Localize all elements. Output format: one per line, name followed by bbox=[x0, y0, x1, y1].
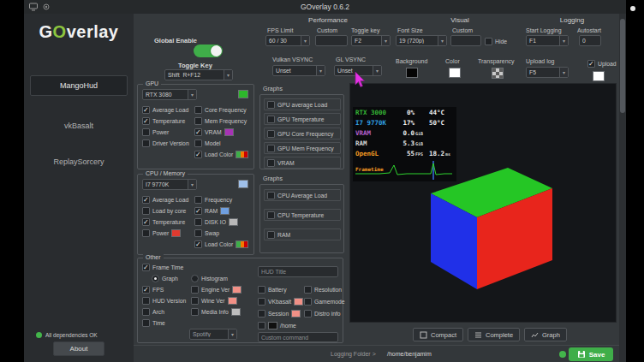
checkbox-row: Average Load bbox=[142, 195, 188, 204]
start-logging-select[interactable]: F1▾ bbox=[526, 35, 569, 46]
histogram-radio[interactable] bbox=[191, 275, 199, 282]
checkbox[interactable] bbox=[142, 297, 150, 305]
color-swatch[interactable] bbox=[291, 310, 301, 317]
display-icon bbox=[29, 3, 39, 11]
color-swatch[interactable] bbox=[224, 128, 234, 136]
upload-checkbox[interactable] bbox=[587, 60, 595, 68]
color-swatch[interactable] bbox=[228, 297, 237, 305]
checkbox[interactable] bbox=[191, 286, 199, 294]
checkbox[interactable] bbox=[194, 139, 202, 147]
checkbox[interactable] bbox=[194, 196, 202, 204]
vulkan-vsync-select[interactable]: Unset▾ bbox=[272, 65, 325, 76]
compact-button[interactable]: Compact bbox=[413, 328, 463, 341]
checkbox[interactable] bbox=[191, 308, 199, 316]
color-swatch[interactable] bbox=[171, 229, 181, 237]
checkbox[interactable] bbox=[258, 310, 265, 317]
sidebar-item-mangohud[interactable]: MangoHud bbox=[30, 75, 128, 96]
transparency-button[interactable] bbox=[492, 68, 504, 79]
gpu-device-select[interactable]: RTX 3080▾ bbox=[142, 89, 197, 100]
checkbox[interactable] bbox=[267, 231, 275, 239]
cpu-device-select[interactable]: I7 9770K▾ bbox=[142, 179, 197, 190]
checkbox[interactable] bbox=[258, 286, 265, 294]
checkbox[interactable] bbox=[194, 106, 202, 114]
checkbox[interactable] bbox=[267, 116, 275, 123]
upload-log-select[interactable]: F5▾ bbox=[526, 67, 569, 78]
checkbox[interactable] bbox=[142, 207, 150, 215]
checkbox[interactable] bbox=[142, 308, 150, 316]
font-custom-input[interactable] bbox=[450, 35, 481, 46]
home-checkbox[interactable] bbox=[258, 322, 265, 329]
checkbox[interactable] bbox=[194, 151, 202, 158]
text-color-swatch[interactable] bbox=[449, 68, 461, 78]
load-color-swatch[interactable] bbox=[236, 151, 248, 158]
global-enable-toggle[interactable] bbox=[194, 45, 223, 57]
fps-toggle-key-select[interactable]: F2▾ bbox=[351, 35, 391, 46]
scrollbar-thumb[interactable] bbox=[620, 19, 625, 113]
checkbox[interactable] bbox=[142, 319, 150, 327]
checkbox[interactable] bbox=[194, 218, 202, 226]
toggle-key-select[interactable]: Shift_R+F12▾ bbox=[164, 69, 233, 80]
dependencies-status: All dependencies OK bbox=[36, 332, 98, 338]
checkbox[interactable] bbox=[304, 310, 312, 317]
checkbox[interactable] bbox=[304, 298, 312, 306]
home-color-swatch[interactable] bbox=[268, 322, 277, 329]
checkbox-row: Distro info bbox=[304, 309, 341, 317]
checkbox-row: Time bbox=[142, 318, 165, 327]
checkbox[interactable] bbox=[304, 286, 312, 294]
cpu-color-swatch[interactable] bbox=[238, 180, 248, 188]
fps-custom-input[interactable] bbox=[315, 35, 348, 46]
frame-time-checkbox[interactable] bbox=[142, 264, 150, 271]
color-swatch[interactable] bbox=[232, 286, 242, 294]
checkbox[interactable] bbox=[267, 145, 275, 152]
load-color-swatch[interactable] bbox=[236, 240, 248, 248]
autostart-input[interactable] bbox=[579, 35, 601, 46]
checkbox[interactable] bbox=[267, 130, 275, 138]
checkbox[interactable] bbox=[142, 286, 150, 294]
scrollbar[interactable] bbox=[619, 14, 626, 362]
checkbox[interactable] bbox=[142, 117, 150, 125]
color-swatch[interactable] bbox=[220, 207, 230, 215]
graph-radio[interactable] bbox=[152, 275, 159, 282]
checkbox[interactable] bbox=[142, 106, 150, 114]
checkbox-row: Temperature bbox=[142, 116, 185, 125]
hud-title-input[interactable] bbox=[258, 266, 338, 277]
checkbox[interactable] bbox=[267, 192, 275, 199]
upload-log-label: Upload log bbox=[526, 58, 554, 64]
checkbox[interactable] bbox=[142, 218, 150, 226]
checkbox[interactable] bbox=[142, 196, 150, 204]
checkbox-label: Swap bbox=[205, 230, 219, 236]
checkbox[interactable] bbox=[258, 298, 265, 306]
checkbox[interactable] bbox=[267, 101, 275, 109]
checkbox[interactable] bbox=[194, 229, 202, 237]
sidebar-item-replaysorcery[interactable]: ReplaySorcery bbox=[24, 157, 134, 166]
logging-folder-label[interactable]: Logging Folder > bbox=[331, 351, 376, 357]
font-size-select[interactable]: 19 (720p)▾ bbox=[396, 35, 447, 46]
custom-command-input[interactable] bbox=[258, 332, 338, 342]
toggle-key-label: Toggle Key bbox=[178, 62, 212, 69]
checkbox[interactable] bbox=[194, 240, 202, 248]
graph-button[interactable]: Graph bbox=[524, 328, 567, 341]
checkbox-label: Battery bbox=[268, 287, 287, 293]
fps-limit-select[interactable]: 60 / 30▾ bbox=[265, 35, 310, 46]
checkbox[interactable] bbox=[267, 211, 275, 219]
checkbox[interactable] bbox=[267, 159, 275, 167]
spotify-select[interactable]: Spotify▾ bbox=[189, 329, 237, 340]
checkbox[interactable] bbox=[194, 128, 202, 136]
gpu-color-swatch[interactable] bbox=[238, 90, 248, 98]
upload-color-swatch[interactable] bbox=[593, 71, 605, 81]
complete-button[interactable]: Complete bbox=[468, 328, 520, 341]
color-swatch[interactable] bbox=[294, 298, 303, 306]
color-swatch[interactable] bbox=[231, 308, 241, 316]
save-button[interactable]: Save bbox=[569, 347, 613, 361]
checkbox[interactable] bbox=[194, 117, 202, 125]
checkbox[interactable] bbox=[191, 297, 199, 305]
checkbox[interactable] bbox=[142, 139, 150, 147]
about-button[interactable]: About bbox=[53, 341, 104, 356]
checkbox[interactable] bbox=[142, 128, 150, 136]
background-color-swatch[interactable] bbox=[406, 68, 418, 78]
sidebar-item-vkbasalt[interactable]: vkBasalt bbox=[24, 122, 134, 130]
checkbox[interactable] bbox=[194, 207, 202, 215]
color-swatch[interactable] bbox=[229, 218, 238, 226]
hide-checkbox[interactable] bbox=[485, 38, 492, 45]
checkbox[interactable] bbox=[142, 229, 150, 237]
